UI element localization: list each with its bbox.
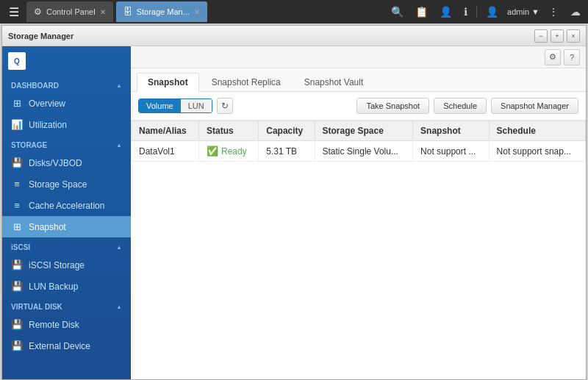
table-row[interactable]: DataVol1 ✅ Ready 5.31 TB Static Single V… [132,141,586,162]
table-container: Name/Alias Status Capacity Storage Space… [131,121,586,379]
cell-name: DataVol1 [132,141,199,162]
user-icon[interactable]: 👤 [483,4,501,19]
sidebar-item-overview[interactable]: ⊞ Overview [2,93,131,114]
col-status: Status [199,121,259,141]
lun-button[interactable]: LUN [181,99,212,112]
overview-icon: ⊞ [11,98,23,109]
cell-capacity: 5.31 TB [259,141,315,162]
refresh-button[interactable]: ↻ [217,98,233,114]
lun-backup-icon: 💾 [11,281,23,292]
tab-control-panel-label: Control Panel [46,7,96,16]
sidebar-section-virtual-disk[interactable]: VIRTUAL DISK ▲ [2,297,131,314]
cell-schedule: Not support snap... [489,141,585,162]
sidebar-section-dashboard[interactable]: DASHBOARD ▲ [2,76,131,93]
dashboard-chevron: ▲ [116,82,122,89]
snapshot-manager-button[interactable]: Snapshot Manager [491,98,578,114]
storage-space-icon: ≡ [11,179,23,190]
remote-disk-icon: 💾 [11,319,23,330]
tab-control-panel-close[interactable]: ✕ [100,8,106,16]
storage-manager-icon: 🗄 [123,7,132,17]
vol-lun-toggle: Volume LUN [138,98,212,113]
schedule-button[interactable]: Schedule [434,98,487,114]
tab-snapshot-vault[interactable]: Snapshot Vault [293,73,375,91]
more-options-icon[interactable]: ⋮ [545,4,562,19]
sidebar-item-external-device[interactable]: 💾 External Device [2,335,131,356]
settings-button[interactable]: ⚙ [545,49,561,65]
iscsi-storage-icon: 💾 [11,259,23,270]
sidebar-section-iscsi[interactable]: iSCSI ▲ [2,237,131,254]
cache-icon: ≡ [11,200,23,211]
user-alert-icon[interactable]: 👤 [437,4,455,19]
snapshot-icon: ⊞ [11,221,23,232]
virtual-disk-chevron: ▲ [116,304,122,310]
cloud-icon[interactable]: ☁ [567,4,584,19]
sidebar-item-storage-space[interactable]: ≡ Storage Space [2,173,131,195]
table-toolbar: Volume LUN ↻ Take Snapshot Schedule Snap… [131,92,586,121]
menu-icon[interactable]: ☰ [4,2,24,22]
col-schedule: Schedule [489,121,585,141]
taskbar: ☰ ⚙ Control Panel ✕ 🗄 Storage Man... ✕ 🔍… [0,0,588,24]
snapshot-table: Name/Alias Status Capacity Storage Space… [131,121,586,162]
help-button[interactable]: ? [564,49,580,65]
tab-storage-manager-label: Storage Man... [137,7,190,16]
control-panel-icon: ⚙ [34,7,42,17]
iscsi-chevron: ▲ [116,244,122,251]
window-controls: − + × [534,29,580,43]
col-name: Name/Alias [132,121,199,141]
sidebar-item-utilization[interactable]: 📊 Utilization [2,114,131,135]
utilization-icon: 📊 [11,119,23,130]
external-device-icon: 💾 [11,340,23,351]
minimize-button[interactable]: − [534,29,548,43]
tab-storage-manager[interactable]: 🗄 Storage Man... ✕ [116,1,207,22]
main-content: ⚙ ? Snapshot Snapshot Replica Snapshot V… [131,46,586,379]
search-icon[interactable]: 🔍 [388,4,406,19]
status-ready-icon: ✅ [207,146,218,157]
content-tab-nav: Snapshot Snapshot Replica Snapshot Vault [131,68,586,92]
sidebar-section-storage[interactable]: STORAGE ▲ [2,135,131,152]
maximize-button[interactable]: + [551,29,564,43]
sidebar-item-lun-backup[interactable]: 💾 LUN Backup [2,276,131,297]
sidebar-item-iscsi-storage[interactable]: 💾 iSCSI Storage [2,254,131,276]
sidebar: Q DASHBOARD ▲ ⊞ Overview 📊 Utilization S… [2,46,131,379]
tab-snapshot-replica[interactable]: Snapshot Replica [201,73,292,91]
sidebar-logo: Q [2,46,131,76]
col-storage-space: Storage Space [315,121,413,141]
tab-snapshot[interactable]: Snapshot [137,73,199,92]
tab-storage-manager-close[interactable]: ✕ [194,8,200,16]
info-icon[interactable]: ℹ [461,4,470,19]
cell-storage-space: Static Single Volu... [315,141,413,162]
take-snapshot-button[interactable]: Take Snapshot [356,98,429,114]
sidebar-item-disks-vjbod[interactable]: 💾 Disks/VJBOD [2,152,131,173]
disks-icon: 💾 [11,157,23,168]
cell-status: ✅ Ready [199,141,259,162]
storage-chevron: ▲ [116,142,122,148]
sidebar-item-remote-disk[interactable]: 💾 Remote Disk [2,314,131,335]
col-capacity: Capacity [259,121,315,141]
window-titlebar: Storage Manager − + × [2,26,586,46]
content-toolbar: ⚙ ? [131,46,586,68]
close-button[interactable]: × [567,29,580,43]
window-title: Storage Manager [8,32,74,40]
clipboard-icon[interactable]: 📋 [412,4,431,19]
cell-snapshot: Not support ... [413,141,489,162]
status-ready: ✅ Ready [207,146,251,157]
volume-button[interactable]: Volume [139,99,181,112]
sidebar-item-snapshot[interactable]: ⊞ Snapshot [2,216,131,237]
window-body: Q DASHBOARD ▲ ⊞ Overview 📊 Utilization S… [2,46,586,379]
tab-control-panel[interactable]: ⚙ Control Panel ✕ [26,1,113,22]
storage-manager-window: Storage Manager − + × Q DASHBOARD ▲ ⊞ Ov… [1,25,587,380]
taskbar-icons: 🔍 📋 👤 ℹ 👤 admin ▼ ⋮ ☁ [388,4,584,19]
sidebar-item-cache-acceleration[interactable]: ≡ Cache Acceleration [2,195,131,216]
col-snapshot: Snapshot [413,121,489,141]
admin-label[interactable]: admin ▼ [507,7,539,16]
logo-box: Q [8,52,26,70]
